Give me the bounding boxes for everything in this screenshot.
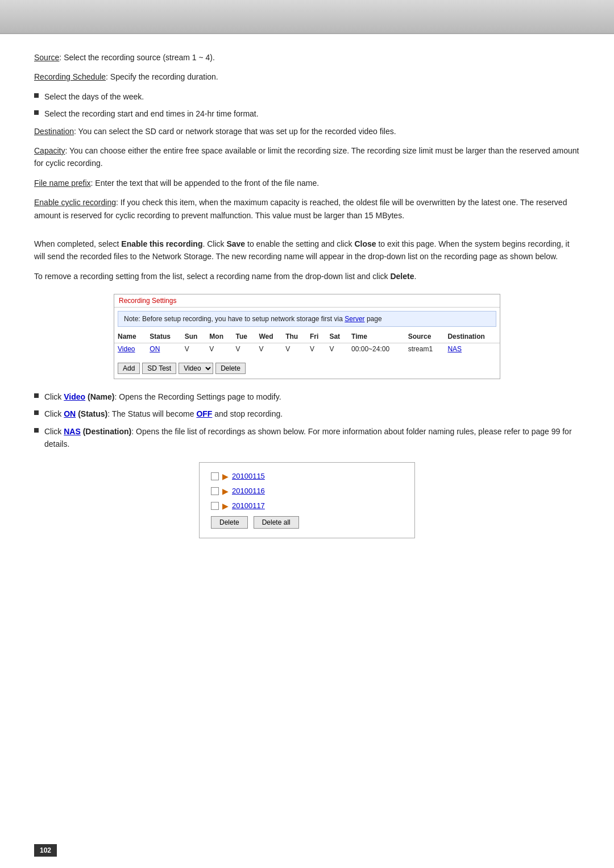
bullet3-bold: (Name) bbox=[88, 392, 114, 401]
nas-destination-link[interactable]: NAS bbox=[447, 345, 462, 353]
add-button[interactable]: Add bbox=[118, 363, 140, 374]
video-name-link[interactable]: Video bbox=[118, 345, 135, 353]
top-bar bbox=[0, 0, 614, 34]
th-thu: Thu bbox=[282, 330, 306, 343]
para-source: Source: Select the recording source (str… bbox=[34, 51, 580, 64]
td-fri: V bbox=[306, 343, 326, 355]
recording-settings-note: Note: Before setup recording, you have t… bbox=[118, 311, 496, 327]
video-select[interactable]: Video bbox=[179, 363, 213, 374]
th-name: Name bbox=[114, 330, 146, 343]
table-header-row: Name Status Sun Mon Tue Wed Thu Fri Sat … bbox=[114, 330, 500, 343]
recording-settings-table: Name Status Sun Mon Tue Wed Thu Fri Sat … bbox=[114, 330, 500, 355]
table-row: Video ON V V V V V V V 00:00~24:00 strea… bbox=[114, 343, 500, 355]
th-tue: Tue bbox=[232, 330, 255, 343]
para-recording-schedule-text: : Specify the recording duration. bbox=[106, 72, 218, 81]
td-destination: NAS bbox=[444, 343, 500, 355]
para7-mid: . Click bbox=[202, 239, 226, 248]
file-list-box: ▶ 20100115 ▶ 20100116 ▶ 20100117 Delete … bbox=[199, 462, 415, 538]
th-sun: Sun bbox=[181, 330, 206, 343]
para7-start: When completed, select bbox=[34, 239, 121, 248]
file-link-1[interactable]: 20100115 bbox=[232, 472, 265, 480]
bullet3-pre: Click bbox=[44, 392, 64, 401]
file-item-1: ▶ 20100115 bbox=[211, 472, 403, 481]
bullet-item-nas-destination: Click NAS (Destination): Opens the file … bbox=[34, 425, 580, 451]
file-delete-all-button[interactable]: Delete all bbox=[254, 516, 299, 529]
bullet-item-video-name: Click Video (Name): Opens the Recording … bbox=[34, 391, 580, 403]
video-link[interactable]: Video bbox=[64, 392, 85, 401]
td-time: 00:00~24:00 bbox=[348, 343, 405, 355]
bullet-text-5: Click NAS (Destination): Opens the file … bbox=[44, 425, 580, 451]
bullet-text-4: Click ON (Status): The Status will becom… bbox=[44, 408, 283, 420]
recording-settings-title: Recording Settings bbox=[114, 294, 500, 308]
th-time: Time bbox=[348, 330, 405, 343]
file-checkbox-3[interactable] bbox=[211, 502, 219, 510]
th-mon: Mon bbox=[206, 330, 232, 343]
bullet4-mid: : The Status will become bbox=[107, 409, 196, 418]
bullet5-pre: Click bbox=[44, 427, 64, 436]
file-icon-1: ▶ bbox=[222, 472, 229, 481]
para7-bold1: Enable this recording bbox=[121, 239, 202, 248]
page-number: 102 bbox=[34, 844, 57, 857]
para8-start: To remove a recording setting from the l… bbox=[34, 272, 390, 281]
file-icon-2: ▶ bbox=[222, 487, 229, 496]
para7-bold2: Save bbox=[226, 239, 245, 248]
bullet-item-days: Select the days of the week. bbox=[34, 90, 580, 103]
note-server-link[interactable]: Server bbox=[345, 315, 364, 323]
bullet4-pre: Click bbox=[44, 409, 64, 418]
file-link-2[interactable]: 20100116 bbox=[232, 487, 265, 495]
td-wed: V bbox=[255, 343, 282, 355]
bullet-icon-2 bbox=[34, 110, 39, 115]
file-action-buttons: Delete Delete all bbox=[211, 516, 403, 529]
off-link[interactable]: OFF bbox=[196, 409, 212, 418]
th-destination: Destination bbox=[444, 330, 500, 343]
nas-link[interactable]: NAS bbox=[64, 427, 81, 436]
para-file-name-prefix-text: : Enter the text that will be appended t… bbox=[91, 178, 320, 188]
file-checkbox-1[interactable] bbox=[211, 472, 219, 480]
note-pre: Note: Before setup recording, you have t… bbox=[124, 315, 345, 323]
th-status: Status bbox=[146, 330, 181, 343]
content: Source: Select the recording source (str… bbox=[0, 34, 614, 584]
recording-settings-box: Recording Settings Note: Before setup re… bbox=[114, 294, 500, 379]
th-sat: Sat bbox=[326, 330, 348, 343]
td-mon: V bbox=[206, 343, 232, 355]
file-link-3[interactable]: 20100117 bbox=[232, 501, 265, 510]
td-source: stream1 bbox=[405, 343, 445, 355]
bullet5-bold: (Destination) bbox=[83, 427, 132, 436]
term-source: Source bbox=[34, 53, 59, 62]
para-file-name-prefix: File name prefix: Enter the text that wi… bbox=[34, 177, 580, 189]
para-capacity: Capacity: You can choose either the enti… bbox=[34, 144, 580, 170]
bullet-item-on-status: Click ON (Status): The Status will becom… bbox=[34, 408, 580, 420]
td-status: ON bbox=[146, 343, 181, 355]
term-recording-schedule: Recording Schedule bbox=[34, 72, 106, 81]
para8-end: . bbox=[414, 272, 416, 281]
para-destination: Destination: You can select the SD card … bbox=[34, 125, 580, 138]
bullet4-bold: (Status) bbox=[78, 409, 107, 418]
video-status-link[interactable]: ON bbox=[150, 345, 160, 353]
bullet-text-1: Select the days of the week. bbox=[44, 90, 144, 103]
term-capacity: Capacity bbox=[34, 146, 65, 155]
page-wrapper: Source: Select the recording source (str… bbox=[0, 0, 614, 868]
note-end: page bbox=[365, 315, 382, 323]
bullet-text-3: Click Video (Name): Opens the Recording … bbox=[44, 391, 281, 403]
bullet-icon-3 bbox=[34, 393, 39, 398]
td-sat: V bbox=[326, 343, 348, 355]
para8-bold: Delete bbox=[390, 272, 414, 281]
file-delete-button[interactable]: Delete bbox=[211, 516, 248, 529]
on-link[interactable]: ON bbox=[64, 409, 76, 418]
th-wed: Wed bbox=[255, 330, 282, 343]
bullet-item-times: Select the recording start and end times… bbox=[34, 107, 580, 120]
bullet3-end: : Opens the Recording Settings page to m… bbox=[114, 392, 281, 401]
para-recording-schedule: Recording Schedule: Specify the recordin… bbox=[34, 70, 580, 83]
para-cyclic-recording: Enable cyclic recording: If you check th… bbox=[34, 196, 580, 222]
file-checkbox-2[interactable] bbox=[211, 487, 219, 495]
td-name: Video bbox=[114, 343, 146, 355]
recording-settings-buttons: Add SD Test Video Delete bbox=[114, 358, 500, 379]
bullet-text-2: Select the recording start and end times… bbox=[44, 107, 259, 120]
para-capacity-text: : You can choose either the entire free … bbox=[34, 146, 579, 168]
delete-button[interactable]: Delete bbox=[215, 363, 246, 374]
term-cyclic-recording: Enable cyclic recording bbox=[34, 198, 116, 207]
sd-test-button[interactable]: SD Test bbox=[142, 363, 176, 374]
file-icon-3: ▶ bbox=[222, 501, 229, 510]
bullet-icon-4 bbox=[34, 410, 39, 415]
th-source: Source bbox=[405, 330, 445, 343]
